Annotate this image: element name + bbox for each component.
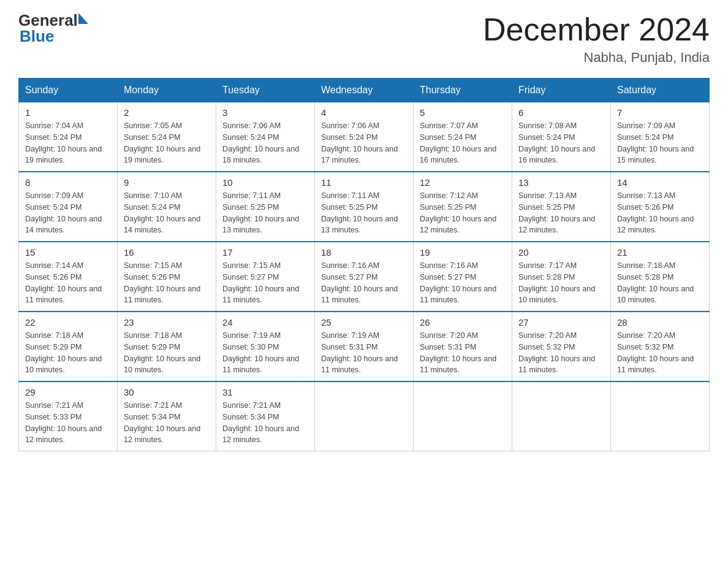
day-info: Sunrise: 7:13 AMSunset: 5:25 PMDaylight:… [518, 191, 595, 234]
day-header-wednesday: Wednesday [315, 79, 414, 102]
calendar-cell: 22 Sunrise: 7:18 AMSunset: 5:29 PMDaylig… [19, 312, 118, 381]
logo-general-text: General [18, 12, 78, 28]
day-info: Sunrise: 7:06 AMSunset: 5:24 PMDaylight:… [321, 121, 398, 164]
day-number: 25 [321, 317, 407, 327]
day-number: 31 [222, 387, 308, 397]
day-info: Sunrise: 7:08 AMSunset: 5:24 PMDaylight:… [518, 121, 595, 164]
day-info: Sunrise: 7:16 AMSunset: 5:27 PMDaylight:… [420, 261, 496, 304]
day-info: Sunrise: 7:05 AMSunset: 5:24 PMDaylight:… [124, 121, 200, 164]
calendar-cell [414, 381, 512, 451]
day-number: 2 [124, 107, 210, 118]
day-number: 26 [420, 317, 506, 327]
calendar-cell: 2 Sunrise: 7:05 AMSunset: 5:24 PMDayligh… [118, 102, 216, 172]
day-number: 3 [222, 107, 308, 118]
calendar-cell: 20 Sunrise: 7:17 AMSunset: 5:28 PMDaylig… [512, 242, 611, 312]
calendar-cell: 12 Sunrise: 7:12 AMSunset: 5:25 PMDaylig… [414, 172, 512, 242]
day-info: Sunrise: 7:10 AMSunset: 5:24 PMDaylight:… [124, 191, 200, 234]
calendar-cell: 24 Sunrise: 7:19 AMSunset: 5:30 PMDaylig… [216, 312, 315, 381]
calendar-cell: 31 Sunrise: 7:21 AMSunset: 5:34 PMDaylig… [216, 381, 315, 451]
day-number: 23 [124, 317, 210, 327]
calendar-cell: 1 Sunrise: 7:04 AMSunset: 5:24 PMDayligh… [19, 102, 118, 172]
day-number: 7 [617, 107, 703, 118]
day-info: Sunrise: 7:21 AMSunset: 5:34 PMDaylight:… [222, 401, 299, 444]
day-number: 4 [321, 107, 407, 118]
day-number: 12 [420, 177, 506, 188]
day-info: Sunrise: 7:21 AMSunset: 5:33 PMDaylight:… [25, 401, 102, 444]
logo-blue-text: Blue [20, 28, 88, 44]
calendar-week-row: 1 Sunrise: 7:04 AMSunset: 5:24 PMDayligh… [19, 102, 710, 172]
calendar-table: SundayMondayTuesdayWednesdayThursdayFrid… [18, 78, 710, 451]
day-number: 1 [25, 107, 111, 118]
day-info: Sunrise: 7:13 AMSunset: 5:26 PMDaylight:… [617, 191, 694, 234]
calendar-cell: 29 Sunrise: 7:21 AMSunset: 5:33 PMDaylig… [19, 381, 118, 451]
day-info: Sunrise: 7:19 AMSunset: 5:30 PMDaylight:… [222, 331, 299, 374]
day-info: Sunrise: 7:16 AMSunset: 5:27 PMDaylight:… [321, 261, 398, 304]
calendar-cell: 18 Sunrise: 7:16 AMSunset: 5:27 PMDaylig… [315, 242, 414, 312]
day-number: 19 [420, 247, 506, 258]
calendar-cell: 16 Sunrise: 7:15 AMSunset: 5:26 PMDaylig… [118, 242, 216, 312]
day-number: 16 [124, 247, 210, 258]
day-number: 10 [222, 177, 308, 188]
day-number: 9 [124, 177, 210, 188]
calendar-cell [512, 381, 611, 451]
calendar-cell: 17 Sunrise: 7:15 AMSunset: 5:27 PMDaylig… [216, 242, 315, 312]
day-header-sunday: Sunday [19, 79, 118, 102]
calendar-week-row: 22 Sunrise: 7:18 AMSunset: 5:29 PMDaylig… [19, 312, 710, 381]
calendar-cell: 7 Sunrise: 7:09 AMSunset: 5:24 PMDayligh… [611, 102, 710, 172]
calendar-cell: 15 Sunrise: 7:14 AMSunset: 5:26 PMDaylig… [19, 242, 118, 312]
calendar-cell: 3 Sunrise: 7:06 AMSunset: 5:24 PMDayligh… [216, 102, 315, 172]
calendar-cell: 28 Sunrise: 7:20 AMSunset: 5:32 PMDaylig… [611, 312, 710, 381]
day-info: Sunrise: 7:09 AMSunset: 5:24 PMDaylight:… [25, 191, 102, 234]
day-number: 29 [25, 387, 111, 397]
day-info: Sunrise: 7:21 AMSunset: 5:34 PMDaylight:… [124, 401, 200, 444]
calendar-cell: 4 Sunrise: 7:06 AMSunset: 5:24 PMDayligh… [315, 102, 414, 172]
day-info: Sunrise: 7:15 AMSunset: 5:27 PMDaylight:… [222, 261, 299, 304]
calendar-cell: 23 Sunrise: 7:18 AMSunset: 5:29 PMDaylig… [118, 312, 216, 381]
calendar-title: December 2024 [483, 12, 710, 47]
day-number: 21 [617, 247, 703, 258]
calendar-cell: 25 Sunrise: 7:19 AMSunset: 5:31 PMDaylig… [315, 312, 414, 381]
day-number: 13 [518, 177, 604, 188]
day-info: Sunrise: 7:11 AMSunset: 5:25 PMDaylight:… [222, 191, 299, 234]
day-number: 22 [25, 317, 111, 327]
calendar-cell: 5 Sunrise: 7:07 AMSunset: 5:24 PMDayligh… [414, 102, 512, 172]
day-info: Sunrise: 7:17 AMSunset: 5:28 PMDaylight:… [518, 261, 595, 304]
day-number: 5 [420, 107, 506, 118]
logo: General Blue [18, 12, 88, 44]
calendar-cell: 8 Sunrise: 7:09 AMSunset: 5:24 PMDayligh… [19, 172, 118, 242]
calendar-cell [315, 381, 414, 451]
day-info: Sunrise: 7:19 AMSunset: 5:31 PMDaylight:… [321, 331, 398, 374]
day-info: Sunrise: 7:18 AMSunset: 5:29 PMDaylight:… [25, 331, 102, 374]
day-number: 18 [321, 247, 407, 258]
day-info: Sunrise: 7:09 AMSunset: 5:24 PMDaylight:… [617, 121, 694, 164]
calendar-cell: 21 Sunrise: 7:18 AMSunset: 5:28 PMDaylig… [611, 242, 710, 312]
day-info: Sunrise: 7:20 AMSunset: 5:32 PMDaylight:… [518, 331, 595, 374]
calendar-subtitle: Nabha, Punjab, India [483, 50, 710, 66]
calendar-cell: 27 Sunrise: 7:20 AMSunset: 5:32 PMDaylig… [512, 312, 611, 381]
calendar-header-row: SundayMondayTuesdayWednesdayThursdayFrid… [19, 79, 710, 102]
calendar-cell: 6 Sunrise: 7:08 AMSunset: 5:24 PMDayligh… [512, 102, 611, 172]
day-number: 28 [617, 317, 703, 327]
calendar-cell: 30 Sunrise: 7:21 AMSunset: 5:34 PMDaylig… [118, 381, 216, 451]
day-info: Sunrise: 7:11 AMSunset: 5:25 PMDaylight:… [321, 191, 398, 234]
day-header-friday: Friday [512, 79, 611, 102]
day-number: 15 [25, 247, 111, 258]
day-info: Sunrise: 7:12 AMSunset: 5:25 PMDaylight:… [420, 191, 496, 234]
day-info: Sunrise: 7:07 AMSunset: 5:24 PMDaylight:… [420, 121, 496, 164]
day-number: 30 [124, 387, 210, 397]
calendar-cell: 13 Sunrise: 7:13 AMSunset: 5:25 PMDaylig… [512, 172, 611, 242]
calendar-cell: 14 Sunrise: 7:13 AMSunset: 5:26 PMDaylig… [611, 172, 710, 242]
day-number: 6 [518, 107, 604, 118]
day-number: 8 [25, 177, 111, 188]
day-info: Sunrise: 7:20 AMSunset: 5:32 PMDaylight:… [617, 331, 694, 374]
calendar-cell: 11 Sunrise: 7:11 AMSunset: 5:25 PMDaylig… [315, 172, 414, 242]
calendar-week-row: 29 Sunrise: 7:21 AMSunset: 5:33 PMDaylig… [19, 381, 710, 451]
page-header: General Blue December 2024 Nabha, Punjab… [18, 12, 710, 66]
calendar-week-row: 8 Sunrise: 7:09 AMSunset: 5:24 PMDayligh… [19, 172, 710, 242]
day-number: 24 [222, 317, 308, 327]
day-info: Sunrise: 7:04 AMSunset: 5:24 PMDaylight:… [25, 121, 102, 164]
calendar-week-row: 15 Sunrise: 7:14 AMSunset: 5:26 PMDaylig… [19, 242, 710, 312]
day-info: Sunrise: 7:20 AMSunset: 5:31 PMDaylight:… [420, 331, 496, 374]
day-header-monday: Monday [118, 79, 216, 102]
day-number: 27 [518, 317, 604, 327]
